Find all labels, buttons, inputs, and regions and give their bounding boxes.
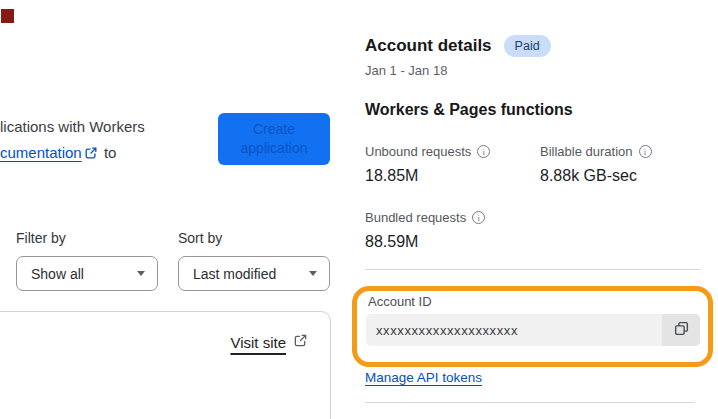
stat-label-text: Billable duration <box>540 144 633 159</box>
filter-dropdown[interactable]: Show all <box>16 256 158 291</box>
account-id-field-group <box>366 314 700 346</box>
create-application-button[interactable]: Createapplication <box>218 113 330 165</box>
sort-dropdown[interactable]: Last modified <box>178 256 330 291</box>
panel-header: Account details Paid <box>365 35 551 57</box>
info-icon[interactable] <box>472 211 485 224</box>
info-icon[interactable] <box>639 145 652 158</box>
unbound-requests-value: 18.85M <box>365 167 418 185</box>
paid-badge: Paid <box>504 35 551 57</box>
divider <box>365 269 700 270</box>
intro-text: lications with Workers cumentation to <box>0 114 212 168</box>
account-details-panel: Account details Paid Jan 1 - Jan 18 Work… <box>365 0 718 419</box>
info-icon[interactable] <box>477 145 490 158</box>
filter-dropdown-value: Show all <box>31 266 84 282</box>
intro-line-1: lications with Workers <box>0 114 212 140</box>
external-link-icon <box>84 142 98 168</box>
workers-pages-functions-title: Workers & Pages functions <box>365 101 573 119</box>
project-card: Visit site <box>0 311 331 419</box>
documentation-link[interactable]: cumentation <box>0 144 82 161</box>
stat-label-text: Bundled requests <box>365 210 466 225</box>
account-id-input[interactable] <box>366 314 662 346</box>
intro-line-2: cumentation to <box>0 140 212 168</box>
sort-by-label: Sort by <box>178 230 222 246</box>
billable-duration-value: 8.88k GB-sec <box>540 167 637 185</box>
bundled-requests-value: 88.59M <box>365 233 418 251</box>
bundled-requests-label: Bundled requests <box>365 210 485 225</box>
chevron-down-icon <box>137 271 145 276</box>
divider <box>365 402 695 403</box>
account-id-label: Account ID <box>368 294 432 309</box>
chevron-down-icon <box>309 271 317 276</box>
copy-button[interactable] <box>662 314 700 346</box>
date-range: Jan 1 - Jan 18 <box>365 63 447 78</box>
filter-by-label: Filter by <box>16 230 66 246</box>
intro-line-2-after: to <box>100 144 117 161</box>
visit-site-link[interactable]: Visit site <box>230 333 308 351</box>
create-application-label-line2: application <box>241 140 308 156</box>
account-details-title: Account details <box>365 36 492 56</box>
red-corner-marker <box>1 9 14 23</box>
copy-icon <box>673 320 690 340</box>
create-application-label-line1: Create <box>253 121 295 137</box>
visit-site-label: Visit site <box>230 334 286 351</box>
manage-api-tokens-link[interactable]: Manage API tokens <box>365 370 482 385</box>
stat-label-text: Unbound requests <box>365 144 471 159</box>
sort-dropdown-value: Last modified <box>193 266 276 282</box>
external-link-icon <box>293 333 308 351</box>
billable-duration-label: Billable duration <box>540 144 652 159</box>
unbound-requests-label: Unbound requests <box>365 144 490 159</box>
